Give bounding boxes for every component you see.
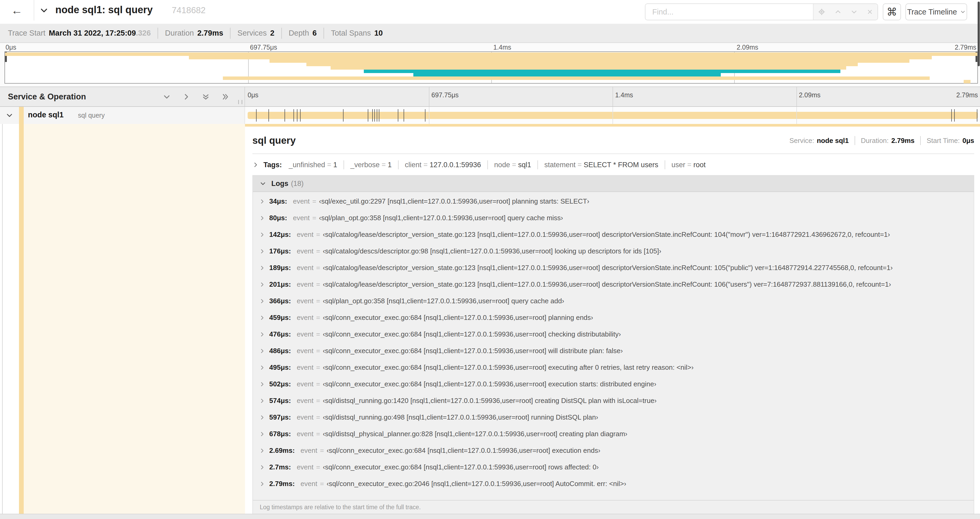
span-row[interactable]: node sql1 sql query <box>0 107 980 124</box>
equals-sign: = <box>312 197 317 206</box>
info-value: 2 <box>270 29 275 37</box>
collapse-title-chevron-icon[interactable] <box>40 6 48 16</box>
collapse-one-chevron-down-icon[interactable] <box>163 93 171 101</box>
span-operation-name: sql query <box>78 112 105 119</box>
log-field-value: ‹sql/conn_executor_exec.go:684 [nsql1,cl… <box>323 347 623 355</box>
chevron-down-icon[interactable] <box>6 112 13 120</box>
locate-icon[interactable] <box>818 8 826 16</box>
chevron-right-icon[interactable] <box>259 315 269 321</box>
tags-accordian[interactable]: Tags: _unfinished = 1_verbose = 1client … <box>252 160 974 169</box>
log-entry-row[interactable]: 366μs:event=‹sql/plan_opt.go:358 [nsql1,… <box>259 297 974 305</box>
chevron-right-icon[interactable] <box>259 448 269 454</box>
expand-all-double-chevron-right-icon[interactable] <box>221 93 229 101</box>
log-field-key: event <box>297 430 313 438</box>
clear-icon[interactable] <box>867 9 873 15</box>
minimap-span-bar <box>189 56 932 59</box>
timeline-gridline <box>429 107 430 124</box>
chevron-right-icon[interactable] <box>259 215 269 221</box>
span-detail-gutter <box>0 124 245 514</box>
timeline-gridline <box>612 107 613 124</box>
log-entry-row[interactable]: 486μs:event=‹sql/conn_executor_exec.go:6… <box>259 347 974 355</box>
back-button[interactable]: ← <box>0 0 34 21</box>
service-operation-header: Service & Operation <box>0 87 245 106</box>
tags-list: _unfinished = 1_verbose = 1client = 127.… <box>289 160 705 169</box>
log-entry-row[interactable]: 34μs:event=‹sql/exec_util.go:2297 [nsql1… <box>259 198 974 205</box>
log-entry-row[interactable]: 459μs:event=‹sql/conn_executor_exec.go:6… <box>259 314 974 321</box>
tag-value: root <box>694 161 706 169</box>
log-entry-row[interactable]: 2.79ms:event=‹sql/conn_executor_exec.go:… <box>259 480 974 487</box>
log-field-key: event <box>301 447 317 455</box>
chevron-right-icon[interactable] <box>259 431 269 437</box>
tag-value: 1 <box>333 161 337 169</box>
expand-one-chevron-right-icon[interactable] <box>182 93 190 101</box>
equals-sign: = <box>316 363 320 372</box>
scrollbar-thumb[interactable] <box>978 2 980 66</box>
log-entry-row[interactable]: 2.69ms:event=‹sql/conn_executor_exec.go:… <box>259 447 974 454</box>
log-marker-tick <box>368 109 368 121</box>
log-entry-row[interactable]: 142μs:event=‹sql/catalog/lease/descripto… <box>259 231 974 238</box>
chevron-right-icon[interactable] <box>259 248 269 254</box>
log-entry-row[interactable]: 176μs:event=‹sql/catalog/descs/descripto… <box>259 248 974 255</box>
span-row-name-cell[interactable]: node sql1 sql query <box>0 107 245 124</box>
chevron-right-icon[interactable] <box>259 398 269 404</box>
log-field-value: ‹sql/catalog/lease/descriptor_version_st… <box>323 280 891 289</box>
column-resizer[interactable] <box>238 100 242 104</box>
keyboard-shortcuts-button[interactable]: ⌘ <box>883 3 901 20</box>
chevron-right-icon[interactable] <box>259 199 269 204</box>
minimap-canvas[interactable] <box>5 51 978 84</box>
summary-value: node sql1 <box>817 137 848 145</box>
view-dropdown-button[interactable]: Trace Timeline <box>905 3 967 20</box>
log-entry-row[interactable]: 80μs:event=‹sql/plan_opt.go:358 [nsql1,c… <box>259 214 974 222</box>
chevron-right-icon[interactable] <box>259 332 269 337</box>
separator <box>323 28 324 39</box>
collapse-all-double-chevron-down-icon[interactable] <box>202 93 210 101</box>
bottom-bar <box>0 514 980 519</box>
log-marker-tick <box>379 109 379 121</box>
chevron-right-icon[interactable] <box>259 348 269 354</box>
log-marker-tick <box>343 109 344 121</box>
chevron-right-icon[interactable] <box>259 465 269 470</box>
log-entry-row[interactable]: 502μs:event=‹sql/conn_executor_exec.go:6… <box>259 380 974 388</box>
log-marker-tick <box>256 109 256 121</box>
log-entry-row[interactable]: 2.7ms:event=‹sql/conn_executor_exec.go:6… <box>259 464 974 471</box>
chevron-right-icon[interactable] <box>259 381 269 387</box>
log-entry-row[interactable]: 678μs:event=‹sql/distsql_physical_planne… <box>259 430 974 438</box>
chevron-right-icon[interactable] <box>259 282 269 287</box>
info-label: Depth <box>289 29 309 37</box>
equals-sign: = <box>316 397 320 405</box>
chevron-right-icon[interactable] <box>259 481 269 487</box>
minimap-span-bar <box>223 77 930 80</box>
log-entry-row[interactable]: 597μs:event=‹sql/distsql_running.go:498 … <box>259 414 974 421</box>
collapse-controls <box>163 87 229 106</box>
log-field-key: event <box>297 363 313 372</box>
log-entry-row[interactable]: 189μs:event=‹sql/catalog/lease/descripto… <box>259 264 974 271</box>
log-entries: 34μs:event=‹sql/exec_util.go:2297 [nsql1… <box>253 192 974 500</box>
log-field-value: ‹sql/catalog/lease/descriptor_version_st… <box>323 230 890 239</box>
summary-label: Start Time: <box>926 137 960 145</box>
chevron-right-icon[interactable] <box>259 415 269 420</box>
log-entry-row[interactable]: 201μs:event=‹sql/catalog/lease/descripto… <box>259 281 974 288</box>
summary-value: 0μs <box>963 137 974 145</box>
log-entry-row[interactable]: 574μs:event=‹sql/distsql_running.go:1420… <box>259 397 974 404</box>
chevron-right-icon[interactable] <box>259 232 269 238</box>
logs-header[interactable]: Logs (18) <box>253 176 974 192</box>
chevron-right-icon <box>252 162 259 168</box>
tag-key: user <box>671 161 686 169</box>
chevron-right-icon[interactable] <box>259 265 269 271</box>
ruler-tick-label: 2.79ms <box>956 91 978 99</box>
next-icon[interactable] <box>851 8 858 15</box>
span-detail-panel: sql query Service:node sql1Duration:2.79… <box>245 124 980 514</box>
tag-value: 1 <box>388 161 392 169</box>
span-detail-row: sql query Service:node sql1Duration:2.79… <box>0 124 980 514</box>
chevron-right-icon[interactable] <box>259 365 269 370</box>
log-timestamp: 2.7ms: <box>269 463 291 471</box>
log-entry-row[interactable]: 495μs:event=‹sql/conn_executor_exec.go:6… <box>259 364 974 371</box>
chevron-right-icon[interactable] <box>259 298 269 304</box>
timeline-minimap: 0μs697.75μs1.4ms2.09ms2.79ms <box>0 43 980 87</box>
log-field-key: event <box>297 413 313 422</box>
log-marker-tick <box>297 109 298 121</box>
log-marker-tick <box>954 109 955 121</box>
previous-icon[interactable] <box>835 8 842 15</box>
find-input[interactable] <box>646 4 813 20</box>
log-entry-row[interactable]: 476μs:event=‹sql/conn_executor_exec.go:6… <box>259 331 974 338</box>
